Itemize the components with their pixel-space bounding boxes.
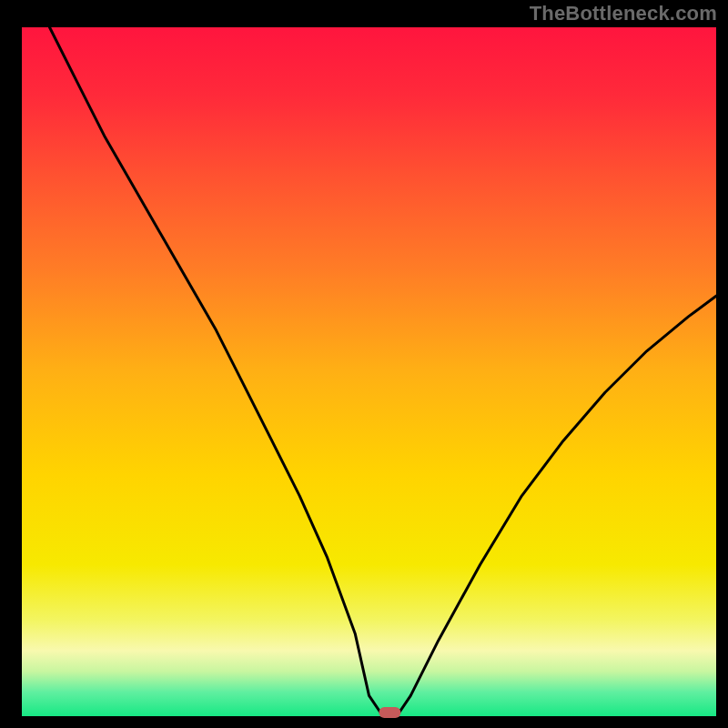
- minimum-marker: [379, 707, 400, 718]
- plot-area: [22, 27, 716, 716]
- watermark-text: TheBottleneck.com: [530, 2, 717, 25]
- chart-frame: TheBottleneck.com: [0, 0, 728, 728]
- chart-svg: [0, 0, 728, 728]
